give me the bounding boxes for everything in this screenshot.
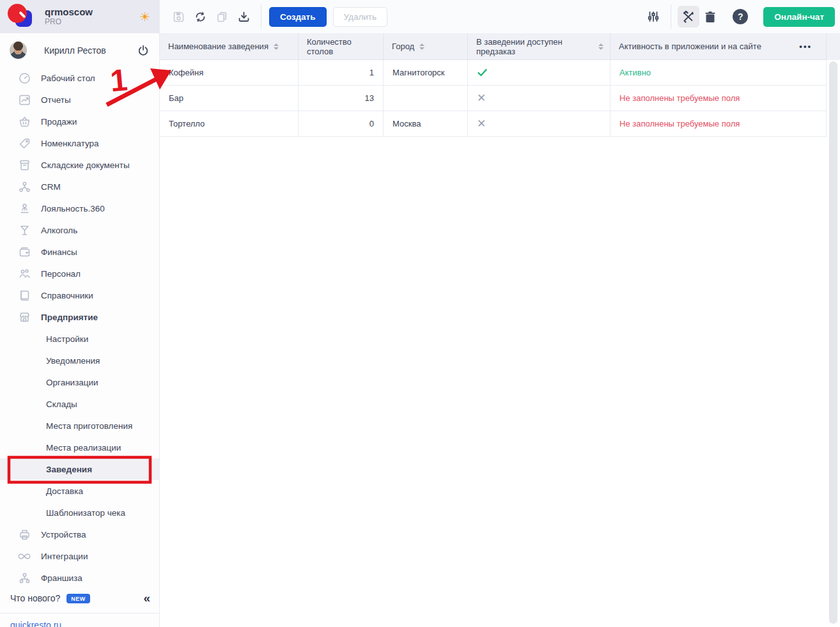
sidebar-item-label: Франшиза [41,573,82,583]
sidebar-item-label: Устройства [41,530,86,539]
sidebar-item-label: Интеграции [41,552,88,561]
column-header-0[interactable]: Наименование заведения [160,33,299,60]
sidebar-item-23[interactable]: Франшиза [0,567,159,589]
copy-icon[interactable] [211,6,233,27]
cell-city[interactable]: Магнитогорск [384,60,468,86]
column-header-1: Количество столов [299,33,384,60]
cell-tables-count[interactable]: 0 [299,111,384,137]
sidebar-item-22[interactable]: Интеграции [0,545,159,567]
column-header-3[interactable]: В заведении доступен предзаказ [468,33,611,60]
sidebar-item-label: Лояльность.360 [41,204,105,213]
sidebar-item-15[interactable]: Склады [0,393,159,415]
tools-icon[interactable] [678,6,699,27]
integrations-icon [18,550,31,562]
sidebar-item-18[interactable]: Заведения [0,458,159,480]
sales-icon [18,115,31,128]
table-body: Кофейня1МагнитогорскАктивноБар13✕Не запо… [160,60,840,137]
help-icon[interactable]: ? [733,9,748,24]
sidebar-item-label: Уведомления [0,356,100,366]
app-logo[interactable] [8,4,33,29]
cell-preorder[interactable]: ✕ [468,111,611,137]
alcohol-icon [18,224,31,236]
column-header-label: Количество столов [307,37,377,56]
sidebar-item-8[interactable]: Финансы [0,241,159,263]
create-button[interactable]: Создать [269,7,327,27]
sidebar-item-12[interactable]: Настройки [0,328,159,350]
toolbar-separator [261,4,261,29]
sidebar-item-10[interactable]: Справочники [0,284,159,306]
sidebar: qrmoscow PRO ☀ Кирилл Рестов Рабочий сто… [0,0,160,627]
filter-sliders-icon[interactable] [642,6,664,27]
sidebar-item-19[interactable]: Доставка [0,480,159,502]
column-header-label: Активность в приложении и на сайте [619,42,761,51]
table-row-0[interactable]: Кофейня1МагнитогорскАктивно [160,60,840,86]
table-row-2[interactable]: Тортелло0Москва✕Не заполнены требуемые п… [160,111,840,137]
cell-status[interactable]: Активно [611,60,827,86]
sidebar-item-label: Продажи [41,117,77,127]
sidebar-item-20[interactable]: Шаблонизатор чека [0,502,159,523]
sort-icon[interactable] [419,43,424,50]
cell-name[interactable]: Тортелло [160,111,299,137]
vertical-scrollbar[interactable] [829,61,837,624]
sidebar-item-label: Заведения [0,465,92,474]
sidebar-item-0[interactable]: Рабочий стол [0,67,159,89]
collapse-sidebar-icon[interactable]: « [143,591,150,605]
sidebar-item-9[interactable]: Персонал [0,263,159,284]
sidebar-item-label: Шаблонизатор чека [0,508,125,518]
sidebar-item-16[interactable]: Места приготовления [0,415,159,437]
finance-icon [18,245,31,258]
toolbar-separator-right [671,4,671,29]
sidebar-item-1[interactable]: Отчеты [0,89,159,111]
column-header-label: Наименование заведения [168,42,268,51]
cell-name[interactable]: Бар [160,86,299,111]
sidebar-item-13[interactable]: Уведомления [0,350,159,371]
sort-icon[interactable] [274,43,279,50]
sidebar-item-label: Алкоголь [41,226,77,235]
cell-preorder[interactable] [468,60,611,86]
cross-icon: ✕ [477,117,486,130]
online-chat-button[interactable]: Онлайн-чат [763,7,835,27]
delete-button[interactable]: Удалить [333,7,388,27]
avatar[interactable] [10,42,27,59]
sidebar-item-label: Настройки [0,334,88,344]
sidebar-item-2[interactable]: Продажи [0,111,159,132]
download-icon[interactable] [233,6,254,27]
cell-city[interactable] [384,86,468,111]
sidebar-item-4[interactable]: Складские документы [0,154,159,176]
sidebar-item-label: Отчеты [41,95,71,105]
cell-status[interactable]: Не заполнены требуемые поля [611,111,827,137]
site-link[interactable]: quickresto.ru [10,620,61,627]
column-menu-icon[interactable]: ••• [799,42,820,51]
staff-icon [18,267,31,280]
cell-city[interactable]: Москва [384,111,468,137]
sort-icon[interactable] [598,43,603,50]
sidebar-item-5[interactable]: CRM [0,176,159,197]
cell-tables-count[interactable]: 13 [299,86,384,111]
sidebar-item-label: Предприятие [41,313,98,322]
sidebar-item-label: CRM [41,182,61,192]
table-row-1[interactable]: Бар13✕Не заполнены требуемые поля [160,86,840,111]
trash-icon[interactable] [699,6,721,27]
sidebar-item-21[interactable]: Устройства [0,523,159,545]
column-header-2[interactable]: Город [384,33,468,60]
sidebar-item-17[interactable]: Места реализации [0,437,159,458]
save-icon[interactable] [167,6,189,27]
cell-tables-count[interactable]: 1 [299,60,384,86]
whats-new-link[interactable]: Что нового? [10,593,60,603]
sidebar-item-6[interactable]: Лояльность.360 [0,197,159,219]
header-filler [827,33,840,60]
sidebar-item-7[interactable]: Алкоголь [0,219,159,241]
sidebar-item-label: Справочники [41,291,93,300]
cell-name[interactable]: Кофейня [160,60,299,86]
sidebar-item-11[interactable]: Предприятие [0,306,159,328]
nomenclature-icon [18,137,31,150]
cell-preorder[interactable]: ✕ [468,86,611,111]
logout-power-icon[interactable] [137,45,149,56]
sidebar-item-label: Рабочий стол [41,74,95,83]
cell-status[interactable]: Не заполнены требуемые поля [611,86,827,111]
refresh-icon[interactable] [189,6,211,27]
sidebar-item-label: Места реализации [0,443,121,453]
sidebar-item-14[interactable]: Организации [0,371,159,393]
theme-sun-icon[interactable]: ☀ [139,10,150,24]
sidebar-item-3[interactable]: Номенклатура [0,132,159,154]
